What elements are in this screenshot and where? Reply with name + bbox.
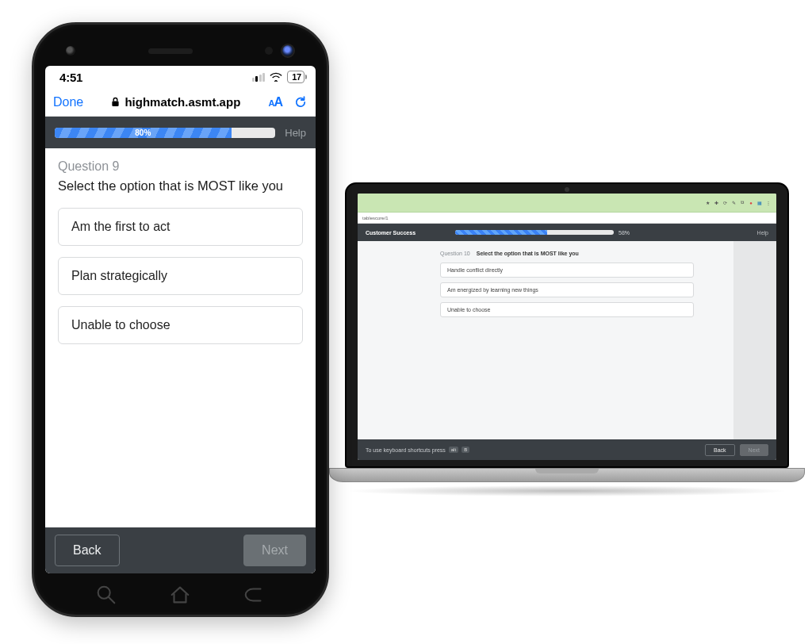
next-button[interactable]: Next xyxy=(243,535,306,566)
answer-option[interactable]: Unable to choose xyxy=(58,306,303,344)
svg-rect-0 xyxy=(113,102,119,106)
toolbar-icon[interactable]: ✎ xyxy=(730,200,737,205)
progress-bar xyxy=(455,230,614,235)
progress-label: 80% xyxy=(135,128,151,137)
right-gutter xyxy=(733,241,776,439)
safari-url[interactable]: highmatch.asmt.app xyxy=(111,95,240,109)
text-size-icon[interactable]: AA xyxy=(268,95,282,109)
sensor-icon xyxy=(265,47,273,55)
progress-label: 58% xyxy=(619,230,630,236)
shortcut-hint: To use keyboard shortcuts press alt B xyxy=(366,447,469,453)
phone-screen: 4:51 17 Done highmatch.asmt.app xyxy=(45,66,316,573)
laptop-screen: ★ ✚ ⟳ ✎ ⧉ ● ▦ ⋮ tablescore/1 Customer Su… xyxy=(358,194,776,460)
assessment-header: 80% Help xyxy=(45,117,316,148)
laptop-shadow xyxy=(345,485,789,496)
phone-device: 4:51 17 Done highmatch.asmt.app xyxy=(32,22,329,617)
toolbar-icon[interactable]: ★ xyxy=(704,200,710,205)
safari-done-button[interactable]: Done xyxy=(53,95,83,109)
svg-line-2 xyxy=(109,597,115,604)
sensor-icon xyxy=(66,46,75,56)
question-number: Question 10 xyxy=(440,251,470,256)
kbd-key: alt xyxy=(449,447,458,453)
progress-area: 58% xyxy=(423,230,749,236)
assessment-footer: Back Next xyxy=(45,527,316,573)
back-button[interactable]: Back xyxy=(55,535,120,566)
battery-indicator: 17 xyxy=(287,71,304,83)
question-prompt: Select the option that is MOST like you xyxy=(58,178,303,194)
front-camera-icon xyxy=(281,44,295,58)
laptop-screen-frame: ★ ✚ ⟳ ✎ ⧉ ● ▦ ⋮ tablescore/1 Customer Su… xyxy=(345,182,789,468)
back-nav-icon[interactable] xyxy=(243,583,266,607)
answer-option[interactable]: Unable to choose xyxy=(440,302,694,317)
assessment-title: Customer Success xyxy=(366,230,416,236)
search-nav-icon[interactable] xyxy=(94,583,118,607)
question-prompt: Select the option that is MOST like you xyxy=(477,251,579,256)
question-panel: Question 9 Select the option that is MOS… xyxy=(45,148,316,527)
back-button[interactable]: Back xyxy=(705,444,735,456)
help-link[interactable]: Help xyxy=(757,230,768,236)
answer-option[interactable]: Plan strategically xyxy=(58,257,303,295)
kbd-key: B xyxy=(462,447,469,453)
help-link[interactable]: Help xyxy=(285,127,306,139)
toolbar-icon[interactable]: ✚ xyxy=(713,200,719,205)
assessment-footer: To use keyboard shortcuts press alt B Ba… xyxy=(358,439,776,460)
answer-option[interactable]: Am the first to act xyxy=(58,208,303,246)
toolbar-icon[interactable]: ⧉ xyxy=(739,200,745,205)
answer-option[interactable]: Handle conflict directly xyxy=(440,263,694,278)
assessment-body: Question 10 Select the option that is MO… xyxy=(358,241,776,439)
question-panel: Question 10 Select the option that is MO… xyxy=(440,251,694,439)
home-nav-icon[interactable] xyxy=(168,583,192,607)
shortcut-hint-text: To use keyboard shortcuts press xyxy=(366,447,446,453)
answer-option[interactable]: Am energized by learning new things xyxy=(440,282,694,297)
reload-icon[interactable] xyxy=(293,95,308,109)
laptop-base xyxy=(329,468,805,482)
phone-top-sensors xyxy=(45,36,316,66)
progress-fill: 80% xyxy=(55,128,232,138)
laptop-device: ★ ✚ ⟳ ✎ ⧉ ● ▦ ⋮ tablescore/1 Customer Su… xyxy=(329,182,805,516)
progress-fill xyxy=(455,230,547,235)
cellular-signal-icon xyxy=(252,72,266,82)
speaker-grille xyxy=(148,48,193,54)
safari-url-text: highmatch.asmt.app xyxy=(124,95,240,109)
progress-bar: 80% xyxy=(55,128,275,138)
toolbar-icon[interactable]: ▦ xyxy=(756,200,763,205)
toolbar-icon[interactable]: ⟳ xyxy=(722,200,728,205)
question-number: Question 9 xyxy=(58,159,303,174)
browser-url-text: tablescore/1 xyxy=(362,216,389,220)
safari-nav-bar: Done highmatch.asmt.app AA xyxy=(45,88,316,117)
lock-icon xyxy=(111,97,120,107)
toolbar-icon[interactable]: ⋮ xyxy=(765,200,772,205)
phone-nav-bar xyxy=(45,573,316,616)
ios-status-bar: 4:51 17 xyxy=(45,66,316,88)
toolbar-icon[interactable]: ● xyxy=(748,201,754,205)
browser-address-bar[interactable]: tablescore/1 xyxy=(358,213,776,224)
wifi-icon xyxy=(270,72,282,82)
next-button[interactable]: Next xyxy=(740,444,768,456)
status-time: 4:51 xyxy=(59,71,82,84)
browser-toolbar: ★ ✚ ⟳ ✎ ⧉ ● ▦ ⋮ xyxy=(358,194,776,213)
battery-text: 17 xyxy=(292,72,301,82)
laptop-camera xyxy=(565,187,569,192)
assessment-header: Customer Success 58% Help xyxy=(358,224,776,241)
